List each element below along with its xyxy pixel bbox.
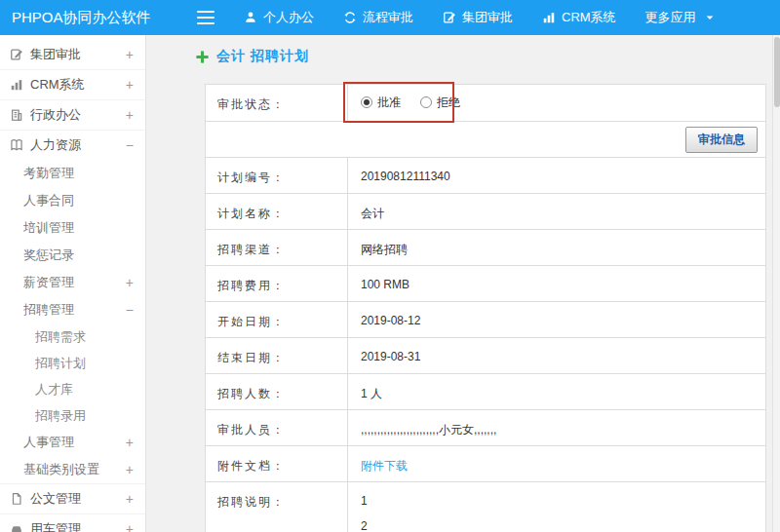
menu-item-workflow-approval[interactable]: 流程审批 bbox=[343, 9, 413, 26]
menu-toggle-icon[interactable] bbox=[197, 11, 214, 24]
sidebar-item-label: 用车管理 bbox=[30, 520, 81, 532]
hr-icon bbox=[10, 138, 23, 152]
row-label: 计划名称： bbox=[206, 194, 348, 229]
radio-circle-icon bbox=[420, 96, 432, 108]
sidebar-item-human-resources[interactable]: 人力资源− bbox=[0, 130, 145, 160]
sidebar-item-recruit-plan[interactable]: 招聘计划 bbox=[0, 350, 145, 376]
row-label: 招聘人数： bbox=[206, 374, 348, 409]
sidebar-item-label: 招聘需求 bbox=[35, 328, 86, 346]
sidebar-item-label: 培训管理 bbox=[23, 219, 74, 237]
menu-item-crm-system[interactable]: CRM系统 bbox=[542, 9, 616, 26]
sidebar-item-salary[interactable]: 薪资管理+ bbox=[0, 269, 145, 296]
sidebar-item-label: 人力资源 bbox=[30, 136, 81, 154]
expand-icon[interactable]: + bbox=[126, 276, 134, 289]
bar-chart-icon bbox=[10, 78, 23, 92]
person-icon bbox=[244, 11, 257, 24]
sidebar-item-vehicle-mgmt[interactable]: 用车管理+ bbox=[0, 513, 145, 532]
table-row: 计划名称：会计 bbox=[206, 194, 765, 230]
scrollbar-thumb[interactable] bbox=[774, 37, 780, 107]
sidebar: 集团审批+CRM系统+行政办公+人力资源−考勤管理人事合同培训管理奖惩记录薪资管… bbox=[0, 35, 146, 532]
table-row: 招聘费用：100 RMB bbox=[206, 266, 765, 302]
edit-doc-icon bbox=[443, 11, 456, 24]
row-label: 招聘渠道： bbox=[206, 230, 348, 265]
menu-item-label: CRM系统 bbox=[562, 9, 616, 26]
status-label: 审批状态： bbox=[206, 85, 348, 121]
menu-item-label: 集团审批 bbox=[462, 9, 513, 26]
attachment-download-link[interactable]: 附件下载 bbox=[361, 459, 408, 473]
sidebar-item-recruit-demand[interactable]: 招聘需求 bbox=[0, 323, 145, 350]
sidebar-item-label: 人才库 bbox=[35, 381, 73, 399]
sidebar-item-label: 奖惩记录 bbox=[23, 247, 74, 264]
table-row: 开始日期：2019-08-12 bbox=[206, 302, 765, 338]
row-value: ,,,,,,,,,,,,,,,,,,,,,,,,小元女,,,,,,, bbox=[348, 410, 765, 445]
table-row: 招聘人数：1 人 bbox=[206, 374, 765, 410]
sidebar-item-personnel[interactable]: 人事管理+ bbox=[0, 429, 145, 456]
sidebar-item-crm-system[interactable]: CRM系统+ bbox=[0, 69, 145, 99]
radio-approve[interactable]: 批准 bbox=[361, 96, 401, 108]
radio-label: 批准 bbox=[377, 96, 401, 108]
sidebar-item-document-mgmt[interactable]: 公文管理+ bbox=[0, 483, 145, 513]
row-label: 附件文档： bbox=[206, 446, 348, 481]
status-row: 审批状态： 批准拒绝 bbox=[206, 85, 765, 122]
row-label: 招聘说明： bbox=[206, 482, 348, 532]
expand-icon[interactable]: + bbox=[126, 436, 134, 449]
sidebar-item-attendance[interactable]: 考勤管理 bbox=[0, 160, 145, 187]
expand-icon[interactable]: + bbox=[126, 463, 134, 476]
add-plus-icon bbox=[195, 50, 210, 64]
menu-item-more-apps[interactable]: 更多应用 bbox=[645, 9, 716, 26]
topbar-menu: 个人办公流程审批集团审批CRM系统更多应用 bbox=[244, 9, 745, 26]
sidebar-item-recruitment[interactable]: 招聘管理− bbox=[0, 296, 145, 323]
menu-item-label: 更多应用 bbox=[645, 9, 696, 26]
row-value: 2019-08-31 bbox=[348, 338, 765, 373]
menu-item-group-approval[interactable]: 集团审批 bbox=[443, 9, 513, 26]
row-label: 开始日期： bbox=[206, 302, 348, 337]
sidebar-item-recruit-hire[interactable]: 招聘录用 bbox=[0, 402, 145, 429]
table-row: 招聘渠道：网络招聘 bbox=[206, 230, 765, 266]
table-row: 附件文档：附件下载 bbox=[206, 446, 765, 482]
row-label: 招聘费用： bbox=[206, 266, 348, 301]
row-label: 计划编号： bbox=[206, 158, 348, 193]
sidebar-item-label: 招聘计划 bbox=[35, 355, 86, 372]
detail-table: 审批状态： 批准拒绝 审批信息 计划编号：20190812111340计划名称：… bbox=[205, 84, 766, 532]
expand-icon[interactable]: + bbox=[126, 78, 134, 92]
expand-icon[interactable]: + bbox=[126, 108, 134, 122]
edit-doc-icon bbox=[10, 48, 23, 61]
page-title: 会计 招聘计划 bbox=[195, 48, 309, 65]
row-label: 结束日期： bbox=[206, 338, 348, 373]
caret-down-icon bbox=[704, 12, 716, 23]
menu-item-label: 流程审批 bbox=[363, 9, 413, 26]
sidebar-item-label: 行政办公 bbox=[30, 106, 81, 124]
sidebar-item-label: 招聘录用 bbox=[35, 407, 86, 425]
collapse-icon[interactable]: − bbox=[126, 138, 134, 152]
table-row: 审批人员：,,,,,,,,,,,,,,,,,,,,,,,,小元女,,,,,,, bbox=[206, 410, 765, 446]
sidebar-list: 集团审批+CRM系统+行政办公+人力资源−考勤管理人事合同培训管理奖惩记录薪资管… bbox=[0, 39, 145, 532]
approval-info-button[interactable]: 审批信息 bbox=[685, 127, 758, 153]
sidebar-item-base-category[interactable]: 基础类别设置+ bbox=[0, 456, 145, 483]
sidebar-item-label: 公文管理 bbox=[30, 490, 81, 508]
expand-icon[interactable]: + bbox=[126, 522, 134, 532]
sidebar-item-rewards[interactable]: 奖惩记录 bbox=[0, 242, 145, 269]
sidebar-item-label: 薪资管理 bbox=[23, 274, 74, 291]
topbar: PHPOA协同办公软件 个人办公流程审批集团审批CRM系统更多应用 bbox=[0, 0, 780, 35]
collapse-icon[interactable]: − bbox=[126, 303, 134, 317]
office-icon bbox=[10, 108, 23, 122]
sidebar-item-hr-contract[interactable]: 人事合同 bbox=[0, 187, 145, 214]
sidebar-item-label: 基础类别设置 bbox=[23, 461, 99, 478]
sidebar-item-group-approval[interactable]: 集团审批+ bbox=[0, 39, 145, 69]
sidebar-item-admin-office[interactable]: 行政办公+ bbox=[0, 99, 145, 130]
workflow-icon bbox=[343, 11, 357, 24]
sidebar-item-label: 考勤管理 bbox=[23, 165, 74, 182]
expand-icon[interactable]: + bbox=[126, 492, 134, 506]
expand-icon[interactable]: + bbox=[126, 48, 134, 61]
menu-item-personal-office[interactable]: 个人办公 bbox=[244, 9, 314, 26]
table-row: 招聘说明：1 2 bbox=[206, 482, 765, 532]
sidebar-item-training[interactable]: 培训管理 bbox=[0, 214, 145, 242]
row-label: 审批人员： bbox=[206, 410, 348, 445]
car-icon bbox=[10, 522, 23, 532]
menu-item-label: 个人办公 bbox=[263, 9, 314, 26]
vertical-scrollbar bbox=[772, 35, 780, 532]
status-options: 批准拒绝 bbox=[348, 85, 765, 121]
table-row: 计划编号：20190812111340 bbox=[206, 158, 765, 194]
sidebar-item-talent-pool[interactable]: 人才库 bbox=[0, 376, 145, 402]
radio-reject[interactable]: 拒绝 bbox=[420, 96, 460, 108]
